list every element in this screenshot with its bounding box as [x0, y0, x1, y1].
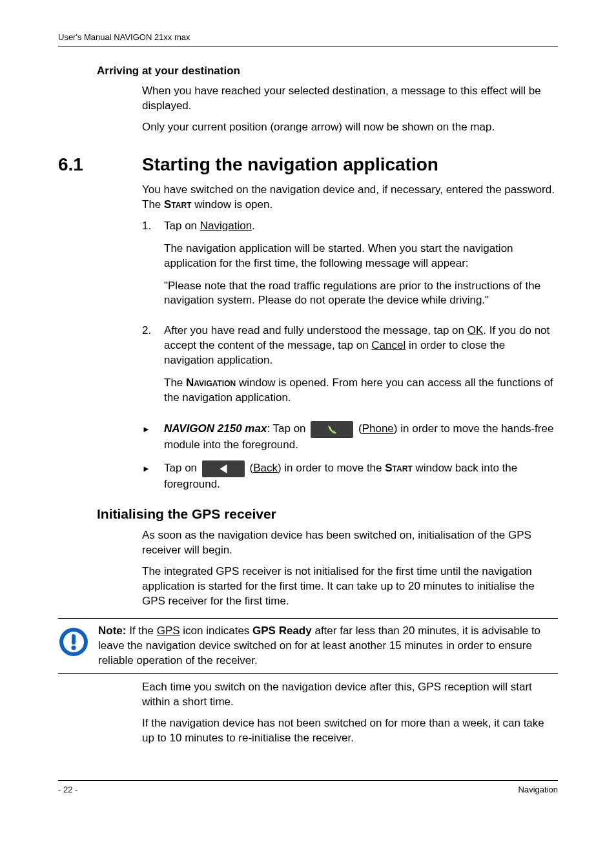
- list-item: 2. After you have read and fully underst…: [142, 324, 558, 413]
- text-fragment: (: [355, 423, 362, 435]
- body-text: Only your current position (orange arrow…: [142, 120, 558, 135]
- text-fragment: .: [252, 220, 255, 232]
- page-footer: - 22 - Navigation: [58, 780, 558, 794]
- phone-icon: [311, 421, 353, 438]
- body-text: If the navigation device has not been sw…: [142, 716, 558, 746]
- ui-action-phone: Phone: [362, 423, 394, 435]
- list-number: 1.: [142, 219, 164, 316]
- heading-arriving: Arriving at your destination: [97, 65, 558, 78]
- window-name-navigation: Navigation: [186, 377, 236, 389]
- text-fragment: After you have read and fully understood…: [164, 324, 467, 336]
- note-callout: Note: If the GPS icon indicates GPS Read…: [58, 618, 558, 674]
- footer-section: Navigation: [518, 785, 558, 794]
- ui-action-back: Back: [253, 462, 278, 474]
- list-item: ► NAVIGON 2150 max: Tap on (Phone) in or…: [142, 421, 558, 453]
- body-text: The integrated GPS receiver is not initi…: [142, 564, 558, 609]
- bullet-marker: ►: [142, 421, 164, 438]
- text-fragment: : Tap on: [267, 423, 309, 435]
- body-text: As soon as the navigation device has bee…: [142, 528, 558, 558]
- text-fragment: (: [247, 462, 253, 474]
- window-name-start: Start: [164, 198, 191, 211]
- body-text: When you have reached your selected dest…: [142, 84, 558, 114]
- body-text: Each time you switch on the navigation d…: [142, 680, 558, 710]
- list-number: 2.: [142, 324, 164, 413]
- page-number: - 22 -: [58, 785, 77, 794]
- text-fragment: The: [164, 377, 186, 389]
- body-text: The navigation application will be start…: [164, 242, 558, 271]
- list-item: 1. Tap on Navigation. The navigation app…: [142, 219, 558, 316]
- bullet-marker: ►: [142, 460, 164, 477]
- text-fragment: Tap on: [164, 220, 200, 232]
- note-text: Note: If the GPS icon indicates GPS Read…: [98, 624, 558, 668]
- ui-action-cancel: Cancel: [371, 339, 406, 351]
- list-item: ► Tap on (Back) in order to move the Sta…: [142, 460, 558, 492]
- window-name-start: Start: [385, 462, 412, 474]
- ui-term-gps: GPS: [157, 625, 180, 637]
- body-text: You have switched on the navigation devi…: [142, 183, 558, 212]
- note-label: Note:: [98, 625, 126, 637]
- ui-action-ok: OK: [467, 324, 484, 336]
- svg-rect-2: [72, 634, 76, 645]
- back-icon: [202, 460, 245, 477]
- section-title: Starting the navigation application: [142, 154, 438, 175]
- status-gps-ready: GPS Ready: [252, 625, 312, 637]
- running-header: User's Manual NAVIGON 21xx max: [58, 32, 558, 46]
- heading-initialising-gps: Initialising the GPS receiver: [97, 506, 558, 522]
- alert-icon: [58, 626, 89, 657]
- text-fragment: If the: [126, 625, 156, 637]
- text-fragment: window is open.: [191, 198, 272, 211]
- text-fragment: icon indicates: [180, 625, 252, 637]
- product-name: NAVIGON 2150 max: [164, 423, 267, 435]
- svg-point-3: [72, 645, 76, 650]
- section-number: 6.1: [58, 154, 142, 175]
- quoted-message: "Please note that the road traffic regul…: [164, 279, 558, 309]
- section-heading: 6.1 Starting the navigation application: [58, 154, 558, 175]
- text-fragment: ) in order to move the: [278, 462, 385, 474]
- text-fragment: Tap on: [164, 462, 200, 474]
- ui-action-navigation: Navigation: [200, 220, 252, 232]
